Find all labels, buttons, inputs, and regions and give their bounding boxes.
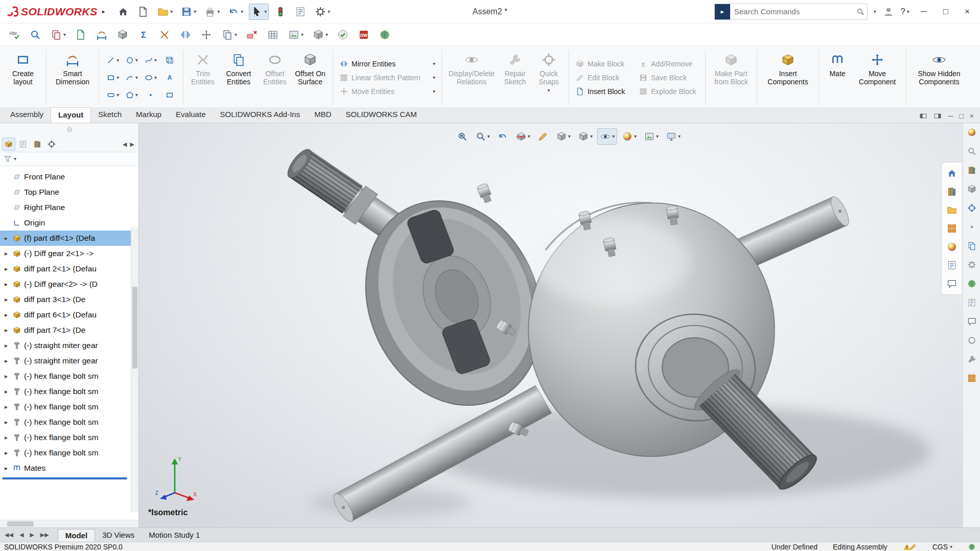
featuremanager-tree-tab-button[interactable] bbox=[2, 137, 15, 151]
spline-tool-dropdown-arrow-icon[interactable]: ▾ bbox=[154, 58, 157, 63]
photo-image-button[interactable]: ▾ bbox=[286, 27, 306, 43]
resources-home-button[interactable] bbox=[945, 167, 959, 180]
repair-sketch-button[interactable]: Repair Sketch bbox=[498, 49, 532, 106]
comment-tool-button[interactable] bbox=[966, 315, 978, 328]
home-button[interactable] bbox=[115, 4, 131, 20]
mass-properties-cube-button[interactable] bbox=[114, 27, 131, 43]
tree-item[interactable]: ▸(-) hex flange bolt sm bbox=[0, 399, 138, 415]
arc-tool-button[interactable]: ▾ bbox=[122, 69, 141, 86]
export-file-button[interactable] bbox=[73, 27, 89, 43]
expand-arrow-icon[interactable]: ▸ bbox=[3, 342, 10, 349]
spell-check-button[interactable] bbox=[6, 27, 22, 43]
doc-restore-icon[interactable]: □ bbox=[959, 112, 963, 120]
scrollbar-thumb[interactable] bbox=[132, 287, 137, 369]
display-style-dropdown-arrow-icon[interactable]: ▾ bbox=[590, 134, 593, 139]
tree-item[interactable]: ▸(-) straight miter gear bbox=[0, 353, 138, 369]
options-gear-dropdown-arrow-icon[interactable]: ▾ bbox=[328, 9, 330, 14]
zoom-to-fit-button[interactable] bbox=[454, 128, 471, 145]
tree-item[interactable]: ▸diff part 6<1> (Defau bbox=[0, 307, 138, 323]
edit-block-button[interactable]: Edit Block bbox=[573, 72, 636, 83]
forum-comment-button[interactable] bbox=[945, 277, 959, 290]
apply-scene-button[interactable]: ▾ bbox=[641, 128, 661, 145]
zoom-to-area-button[interactable]: ▾ bbox=[473, 128, 493, 145]
ribbon-tab-assembly[interactable]: Assembly bbox=[3, 107, 51, 123]
point-tool-button[interactable] bbox=[966, 221, 978, 233]
filter-funnel-icon[interactable] bbox=[3, 154, 12, 164]
compare-documents-dropdown-arrow-icon[interactable]: ▾ bbox=[63, 32, 66, 37]
compare-documents-button[interactable]: ▾ bbox=[48, 27, 68, 43]
rollback-bar[interactable] bbox=[2, 477, 127, 479]
maximize-button[interactable]: □ bbox=[938, 7, 953, 17]
slot-tool-dropdown-arrow-icon[interactable]: ▾ bbox=[116, 93, 119, 98]
copy-pages-button[interactable]: ▾ bbox=[219, 27, 239, 43]
expand-arrow-icon[interactable]: ▸ bbox=[3, 449, 10, 456]
tree-item[interactable]: ▸(-) hex flange bolt sm bbox=[0, 445, 138, 461]
view-settings-button[interactable]: ▾ bbox=[663, 128, 683, 145]
sketch-warning[interactable] bbox=[903, 543, 917, 551]
open-button[interactable]: ▾ bbox=[155, 4, 175, 20]
circle-tool-button[interactable] bbox=[966, 334, 978, 347]
ribbon-tab-sketch[interactable]: Sketch bbox=[91, 107, 129, 123]
graphics-viewport[interactable]: ▾▾▾▾▾▾▾▾ Y X Z *Isometric bbox=[139, 123, 980, 527]
eraser-button[interactable] bbox=[244, 27, 260, 43]
trim-knife-button[interactable] bbox=[156, 27, 173, 43]
line-tool-button[interactable]: ▾ bbox=[103, 52, 122, 69]
expand-arrow-icon[interactable]: ▸ bbox=[3, 434, 10, 441]
tree-item[interactable]: ▸Mates bbox=[0, 461, 138, 476]
undo-button[interactable]: ▾ bbox=[225, 4, 245, 20]
iso-cube-views-button[interactable]: ▾ bbox=[310, 27, 330, 43]
tree-item[interactable]: ▸(-) hex flange bolt sm bbox=[0, 369, 138, 384]
tree-item[interactable]: Front Plane bbox=[0, 169, 138, 185]
text-tool-button[interactable] bbox=[160, 69, 179, 86]
options-gear-button[interactable]: ▾ bbox=[312, 4, 332, 20]
tree-item[interactable]: ▸diff part 7<1> (De bbox=[0, 323, 138, 338]
expand-arrow-icon[interactable]: ▸ bbox=[3, 235, 10, 242]
bottom-tab-3d-views[interactable]: 3D Views bbox=[95, 529, 142, 541]
doc-close-icon[interactable]: × bbox=[970, 112, 974, 120]
zoom-to-area-dropdown-arrow-icon[interactable]: ▾ bbox=[487, 134, 490, 139]
check-circle-button[interactable] bbox=[335, 27, 351, 43]
ribbon-tab-markup[interactable]: Markup bbox=[129, 107, 169, 123]
unit-system-selector[interactable]: CGS ▾ bbox=[932, 543, 952, 551]
hide-show-items-dropdown-arrow-icon[interactable]: ▾ bbox=[612, 134, 615, 139]
mirror-entities-button[interactable]: Mirror Entities ▾ bbox=[337, 58, 437, 70]
bottom-tab-motion-study-1[interactable]: Motion Study 1 bbox=[142, 529, 207, 541]
driveworks-badge-button[interactable] bbox=[356, 27, 372, 43]
file-explorer-folder-button[interactable] bbox=[945, 203, 959, 217]
ribbon-tab-evaluate[interactable]: Evaluate bbox=[169, 107, 213, 123]
expand-arrow-icon[interactable]: ▸ bbox=[3, 265, 10, 272]
line-tool-dropdown-arrow-icon[interactable]: ▾ bbox=[116, 58, 119, 63]
tree-item[interactable]: ▸(-) hex flange bolt sm bbox=[0, 384, 138, 399]
spline-tool-button[interactable]: ▾ bbox=[141, 52, 160, 69]
tree-item[interactable]: Origin bbox=[0, 215, 138, 231]
new-document-button[interactable] bbox=[135, 4, 151, 20]
expand-arrow-icon[interactable]: ▸ bbox=[3, 465, 10, 472]
filter-dropdown-arrow-icon[interactable]: ▾ bbox=[14, 156, 16, 162]
tree-item[interactable]: ▸(-) hex flange bolt sm bbox=[0, 415, 138, 430]
tree-item[interactable]: ▸diff part 2<1> (Defau bbox=[0, 261, 138, 277]
globe-tool-button[interactable] bbox=[966, 278, 978, 290]
expand-arrow-icon[interactable]: ▸ bbox=[3, 281, 10, 288]
pattern-dropdown-arrow-icon[interactable]: ▾ bbox=[433, 75, 435, 80]
documents-tool-button[interactable] bbox=[966, 240, 978, 252]
view-orientation-dropdown-arrow-icon[interactable]: ▾ bbox=[568, 134, 571, 139]
resources-sphere-button[interactable] bbox=[966, 126, 978, 139]
undo-dropdown-arrow-icon[interactable]: ▾ bbox=[241, 9, 243, 14]
design-library-books-button[interactable] bbox=[945, 185, 959, 198]
gear-tool-button[interactable] bbox=[966, 259, 978, 271]
make-block-button[interactable]: Make Block bbox=[573, 58, 636, 70]
photo-image-dropdown-arrow-icon[interactable]: ▾ bbox=[301, 32, 304, 37]
globe-icon[interactable] bbox=[968, 543, 976, 551]
search-input[interactable] bbox=[730, 7, 856, 16]
create-layout-button[interactable]: Create layout bbox=[4, 49, 42, 106]
bottom-tab-model[interactable]: Model bbox=[58, 529, 95, 541]
cube-tool-button[interactable] bbox=[966, 183, 978, 195]
tree-horizontal-scrollbar[interactable] bbox=[0, 520, 138, 527]
scroll-left-arrow-icon[interactable]: ◀ bbox=[123, 141, 127, 148]
minimize-button[interactable]: ─ bbox=[916, 7, 932, 17]
tree-item[interactable]: ▸(f) part diff<1> (Defa bbox=[0, 231, 138, 246]
make-part-from-block-button[interactable]: Make Part from Block bbox=[710, 49, 753, 106]
ellipse-tool-dropdown-arrow-icon[interactable]: ▾ bbox=[154, 75, 157, 80]
linear-sketch-pattern-button[interactable]: Linear Sketch Pattern ▾ bbox=[337, 72, 437, 83]
book-tool-button[interactable] bbox=[966, 164, 978, 176]
